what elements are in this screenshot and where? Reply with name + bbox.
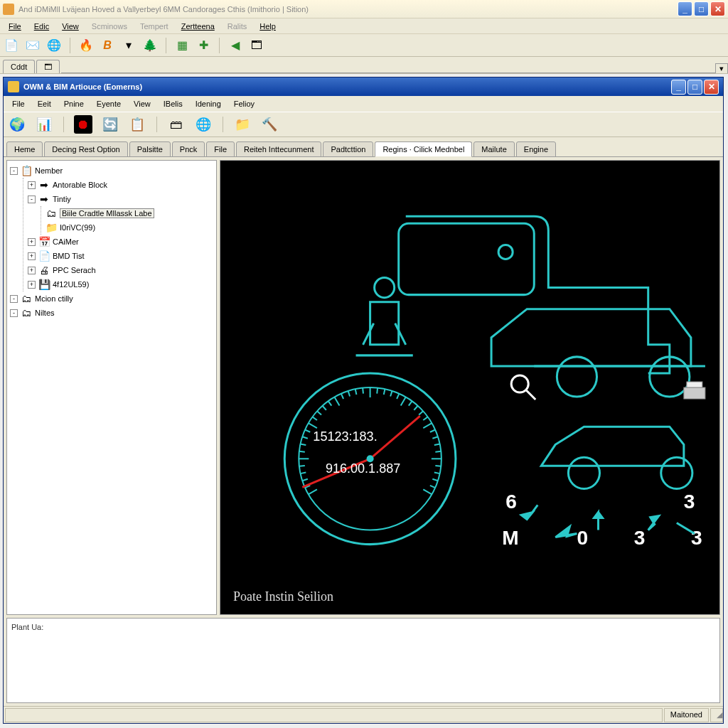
tree-tail-1[interactable]: -🗂Niltes (10, 306, 213, 320)
child-menu-view[interactable]: View (128, 98, 156, 109)
tree-item-1-1[interactable]: 📁I0riVC(99) (46, 220, 213, 235)
tree-icon[interactable]: 🌲 (143, 38, 157, 53)
tree-item-0[interactable]: +➡Antorable Block (28, 178, 213, 192)
child-menu-pnine[interactable]: Pnine (58, 98, 90, 109)
tree-tail-0[interactable]: -🗂Mcion ctilly (10, 291, 213, 306)
svg-line-19 (312, 417, 316, 420)
svg-line-44 (435, 466, 441, 466)
output-pane[interactable]: Plant Ua: (6, 618, 720, 703)
svg-text:3: 3 (691, 527, 702, 549)
tree-item-3[interactable]: +📄BMD Tist (28, 249, 213, 263)
bold-b-icon[interactable]: B (100, 38, 114, 53)
new-doc-icon[interactable]: 📄 (4, 38, 18, 53)
outer-tab-dropdown[interactable]: ▾ (715, 63, 728, 73)
tree-item-1[interactable]: -➡Tintiy (28, 192, 213, 206)
outer-maximize-button[interactable]: □ (694, 1, 709, 16)
svg-text:M: M (502, 527, 518, 549)
svg-line-48 (423, 489, 432, 494)
doc-tab-4[interactable]: File (206, 141, 235, 157)
table-icon[interactable]: 🗃 (167, 115, 186, 134)
tree-item-1-0[interactable]: 🗂Biile Cradtle Mllassk Labe (46, 206, 213, 220)
child-close-button[interactable]: ✕ (704, 80, 719, 95)
svg-line-26 (355, 389, 357, 395)
play-icon[interactable]: ◀ (228, 38, 242, 53)
doc-tab-6[interactable]: Padtcttion (323, 141, 373, 157)
report-icon[interactable]: 📋 (128, 115, 146, 134)
outer-tab-cddt[interactable]: Cddt (3, 60, 35, 73)
child-maximize-button[interactable]: □ (687, 80, 702, 95)
workspace: -📋Nember+➡Antorable Block-➡Tintiy🗂Biile … (4, 157, 723, 618)
tree-item-5[interactable]: +💾4f12UL59) (28, 277, 213, 291)
mdi-area: OWM & BIM Artiouce (Eomerns) _ □ ✕ File … (0, 74, 728, 728)
svg-line-46 (432, 479, 438, 481)
menu-view[interactable]: View (56, 21, 85, 32)
svg-line-35 (414, 406, 417, 410)
outer-tab-strip: Cddt 🗔 ▾ (0, 57, 728, 74)
child-menu-file[interactable]: File (6, 98, 31, 109)
menu-scminows[interactable]: Scminows (86, 21, 133, 32)
outer-tab-icon[interactable]: 🗔 (36, 60, 60, 73)
svg-line-21 (322, 406, 326, 410)
grid-icon[interactable]: ▦ (175, 38, 189, 53)
world-search-icon[interactable]: 🌐 (194, 115, 213, 134)
menu-file[interactable]: File (3, 21, 27, 32)
child-menu-idening[interactable]: Idening (190, 98, 227, 109)
svg-line-18 (309, 423, 317, 428)
svg-line-11 (301, 472, 306, 473)
svg-line-8 (309, 489, 317, 494)
menu-edic[interactable]: Edic (28, 21, 55, 32)
svg-line-10 (302, 479, 308, 481)
globe-icon[interactable]: 🌐 (47, 38, 61, 53)
doc-tab-2[interactable]: Palsitte (129, 141, 171, 157)
menu-help[interactable]: Help (254, 21, 282, 32)
hammer-icon[interactable]: 🔨 (260, 115, 279, 134)
svg-line-30 (384, 389, 385, 395)
doc-tab-5[interactable]: Reiteh Inttecunment (236, 141, 321, 157)
record-icon[interactable]: ⏺ (74, 115, 92, 134)
svg-point-5 (375, 278, 395, 298)
svg-line-38 (423, 423, 432, 428)
child-menu-eeit[interactable]: Eeit (32, 98, 57, 109)
child-minimize-button[interactable]: _ (671, 80, 686, 95)
chart-tool-icon[interactable]: 📊 (35, 115, 53, 134)
svg-text:3: 3 (684, 491, 695, 513)
mail-icon[interactable]: ✉️ (26, 38, 40, 53)
child-titlebar: OWM & BIM Artiouce (Eomerns) _ □ ✕ (4, 77, 723, 96)
menu-tempert[interactable]: Tempert (134, 21, 174, 32)
doc-tab-3[interactable]: Pnck (172, 141, 205, 157)
menu-zertteena[interactable]: Zertteena (176, 21, 220, 32)
svg-text:0: 0 (577, 527, 588, 549)
refresh-icon[interactable]: 🔄 (101, 115, 119, 134)
child-menu-felioy[interactable]: Felioy (228, 98, 260, 109)
tree-item-2[interactable]: +📅CAiMer (28, 235, 213, 249)
outer-close-button[interactable]: ✕ (710, 1, 725, 16)
tree-root[interactable]: -📋Nember (10, 164, 213, 178)
child-menu-ibelis[interactable]: IBelis (158, 98, 188, 109)
resize-grip-icon[interactable]: ◢ (710, 708, 723, 722)
diagram-viewer[interactable]: 15123:183. 916.00.1.887 6 M 0 3 (220, 160, 720, 615)
flame-icon[interactable]: 🔥 (79, 38, 93, 53)
outer-minimize-button[interactable]: _ (678, 1, 692, 16)
doc-tab-7[interactable]: Regins · Cilick Mednbel (375, 141, 472, 157)
child-menu-eyente[interactable]: Eyente (91, 98, 127, 109)
outer-toolbar: 📄 ✉️ 🌐 🔥 B ▾ 🌲 ▦ ✚ ◀ 🗔 (0, 34, 728, 57)
dropdown-icon[interactable]: ▾ (122, 38, 136, 53)
svg-rect-64 (684, 387, 705, 399)
plus-icon[interactable]: ✚ (196, 38, 210, 53)
tree-pane[interactable]: -📋Nember+➡Antorable Block-➡Tintiy🗂Biile … (6, 160, 217, 615)
app-title: And iDMiMll Lväjean Hoved a Vallyerbeyl … (18, 5, 673, 14)
svg-line-40 (432, 437, 438, 438)
doc-tab-1[interactable]: Decing Rest Option (44, 141, 127, 157)
statusbar: Maitoned ◢ (4, 706, 723, 723)
svg-line-39 (430, 429, 435, 432)
doc-tab-9[interactable]: Engine (516, 141, 556, 157)
menu-ralits[interactable]: Ralits (222, 21, 253, 32)
doc-tab-0[interactable]: Heme (6, 141, 43, 157)
tree-item-4[interactable]: +🖨PPC Serach (28, 263, 213, 277)
output-label: Plant Ua: (11, 623, 43, 631)
folder-icon[interactable]: 📁 (233, 115, 252, 134)
globe-tool-icon[interactable]: 🌍 (8, 115, 26, 134)
doc-tab-8[interactable]: Mailute (473, 141, 514, 157)
form-icon[interactable]: 🗔 (250, 38, 264, 53)
svg-point-62 (511, 375, 528, 392)
